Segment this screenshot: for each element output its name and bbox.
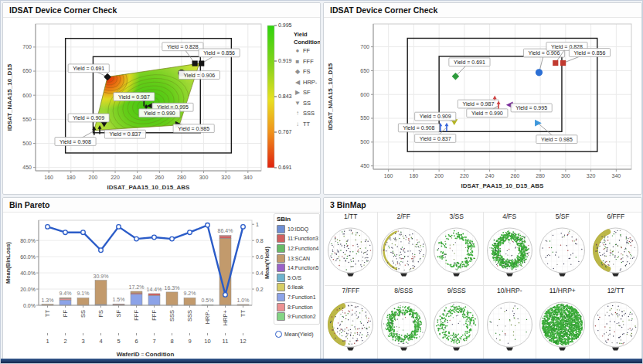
wafer-map[interactable] bbox=[378, 297, 430, 359]
condition-legend-item[interactable]: ▼SS bbox=[294, 98, 321, 109]
sbin-color-swatch bbox=[277, 234, 285, 243]
wafer-map[interactable] bbox=[484, 297, 536, 359]
svg-text:450: 450 bbox=[360, 163, 369, 168]
wafer-map[interactable] bbox=[590, 223, 641, 284]
condition-legend-item[interactable]: ●FF bbox=[294, 46, 321, 56]
contour-chart-canvas[interactable]: 1601802002202402602803003203404505005506… bbox=[3, 18, 321, 195]
sbin-legend-item[interactable]: 14:Function5 bbox=[277, 263, 318, 273]
scatter-chart-canvas[interactable]: 1601802002202402602803003203404505005506… bbox=[324, 18, 642, 195]
svg-text:FF: FF bbox=[62, 310, 69, 318]
sbin-label: 14:Function5 bbox=[287, 265, 318, 270]
sbin-legend-item[interactable]: 8:Function bbox=[277, 302, 318, 312]
wafer-cell[interactable]: 9/SSS bbox=[430, 286, 484, 360]
svg-text:Yield = 0.906: Yield = 0.906 bbox=[183, 73, 215, 78]
wafer-cell[interactable]: 4/FS bbox=[484, 212, 537, 286]
svg-text:SSS: SSS bbox=[168, 310, 175, 321]
sbin-legend-title: SBin bbox=[277, 216, 318, 223]
svg-text:HRP+: HRP+ bbox=[222, 309, 229, 325]
panel-title-bar[interactable]: IDSAT Device Corner Check bbox=[324, 3, 641, 18]
svg-text:220: 220 bbox=[111, 175, 120, 180]
wafer-map[interactable] bbox=[536, 223, 588, 284]
svg-text:20.0%: 20.0% bbox=[20, 287, 36, 292]
wafer-cell[interactable]: 3/SS bbox=[430, 212, 484, 286]
sbin-color-swatch bbox=[277, 274, 285, 282]
condition-legend-item[interactable]: ↓TT bbox=[294, 119, 321, 130]
svg-text:240: 240 bbox=[485, 173, 495, 179]
svg-text:Yield = 0.691: Yield = 0.691 bbox=[73, 66, 104, 71]
condition-legend-item[interactable]: ◆FS bbox=[294, 66, 321, 77]
sbin-legend: SBin 10:IDDQ11:Function312:Function413:S… bbox=[274, 213, 320, 340]
x-axis-labels: TT1FF2SS3FS4SF5FFF6FFF7SSS8SSS9HRP-10HRP… bbox=[44, 305, 247, 358]
wafer-map[interactable] bbox=[430, 297, 482, 359]
wafer-cell[interactable]: 10/HRP- bbox=[484, 286, 537, 360]
svg-text:SF: SF bbox=[115, 310, 122, 318]
wafer-map[interactable] bbox=[590, 297, 641, 359]
svg-text:30.9%: 30.9% bbox=[94, 274, 109, 279]
condition-label: SSS bbox=[303, 110, 315, 117]
sbin-label: 13:SCAN bbox=[287, 256, 310, 261]
svg-text:IDSAT_NAA15_10_D15: IDSAT_NAA15_10_D15 bbox=[6, 63, 13, 131]
svg-text:280: 280 bbox=[177, 175, 186, 180]
svg-text:550: 550 bbox=[360, 115, 369, 121]
wafer-label: 10/HRP- bbox=[484, 286, 536, 297]
svg-text:160: 160 bbox=[44, 175, 53, 180]
sbin-color-swatch bbox=[277, 283, 285, 291]
panel-title-bar[interactable]: Bin Pareto bbox=[3, 198, 320, 213]
sbin-legend-item[interactable]: 9:Function2 bbox=[277, 311, 318, 321]
sbin-legend-item[interactable]: 7:Function1 bbox=[277, 292, 318, 302]
svg-text:Yield = 0.985: Yield = 0.985 bbox=[178, 126, 209, 131]
sbin-legend-item[interactable]: 10:IDDQ bbox=[277, 224, 318, 234]
sbin-legend-item[interactable]: 12:Function4 bbox=[277, 243, 318, 253]
condition-label: FF bbox=[303, 47, 310, 54]
svg-text:Yield = 0.987: Yield = 0.987 bbox=[462, 101, 494, 107]
condition-legend-item[interactable]: ■FFF bbox=[294, 56, 321, 67]
wafer-map[interactable] bbox=[484, 223, 536, 284]
svg-text:0.767: 0.767 bbox=[278, 129, 292, 134]
sbin-legend-item[interactable]: 11:Function3 bbox=[277, 234, 318, 244]
wafer-map[interactable] bbox=[536, 297, 588, 359]
sbin-legend-item[interactable]: 13:SCAN bbox=[277, 253, 318, 264]
wafer-map[interactable] bbox=[378, 223, 430, 284]
svg-text:Yield = 0.995: Yield = 0.995 bbox=[515, 105, 547, 111]
wafer-cell[interactable]: 6/FFF bbox=[590, 212, 643, 286]
svg-text:Yield = 0.906: Yield = 0.906 bbox=[529, 50, 560, 56]
svg-text:10: 10 bbox=[204, 338, 210, 345]
svg-text:FS: FS bbox=[97, 310, 104, 318]
wafer-cell[interactable]: 5/SF bbox=[536, 212, 590, 286]
wafer-notch-icon bbox=[559, 348, 566, 351]
wafer-map[interactable] bbox=[325, 223, 376, 284]
svg-text:280: 280 bbox=[536, 173, 545, 179]
wafer-cell[interactable]: 11/HRP+ bbox=[536, 286, 590, 360]
sbin-label: 9:Function2 bbox=[287, 314, 316, 319]
wafer-cell[interactable]: 1/TT bbox=[325, 212, 378, 286]
svg-text:4: 4 bbox=[99, 338, 102, 345]
condition-legend-item[interactable]: ↑SSS bbox=[294, 108, 321, 119]
colorbar: 0.9950.9190.8430.7670.691 bbox=[267, 22, 292, 170]
sbin-legend-items: 10:IDDQ11:Function312:Function413:SCAN14… bbox=[277, 224, 318, 321]
wafer-cell[interactable]: 7/FFF bbox=[325, 286, 378, 360]
svg-text:0.919: 0.919 bbox=[278, 58, 292, 63]
wafer-map[interactable] bbox=[430, 223, 482, 284]
ss-marker-icon: ▼ bbox=[294, 100, 301, 107]
svg-text:17.2%: 17.2% bbox=[129, 284, 145, 290]
svg-text:HRP-: HRP- bbox=[204, 310, 211, 325]
sbin-color-swatch bbox=[277, 303, 285, 311]
svg-text:0.8: 0.8 bbox=[256, 238, 264, 243]
sbin-legend-item[interactable]: 6:Ileak bbox=[277, 283, 318, 293]
wafer-cell[interactable]: 2/FF bbox=[378, 212, 431, 286]
svg-text:7: 7 bbox=[152, 338, 155, 345]
svg-text:Yield = 0.837: Yield = 0.837 bbox=[420, 136, 451, 141]
condition-legend-item[interactable]: ▶SF bbox=[294, 87, 321, 98]
svg-text:180: 180 bbox=[410, 173, 419, 179]
svg-text:700: 700 bbox=[22, 44, 32, 49]
mean-yield-legend[interactable]: Mean(Yield) bbox=[274, 329, 320, 340]
wafer-map[interactable] bbox=[325, 297, 376, 359]
svg-text:Yield = 0.908: Yield = 0.908 bbox=[60, 139, 91, 145]
wafer-cell[interactable]: 8/SSS bbox=[378, 286, 431, 360]
panel-title-bar[interactable]: 3 BinMap bbox=[324, 198, 641, 213]
condition-legend-item[interactable]: ◀HRP- bbox=[294, 77, 321, 88]
panel-title-bar[interactable]: IDSAT Device Corner Check bbox=[3, 3, 320, 18]
svg-text:0.843: 0.843 bbox=[278, 94, 292, 99]
sbin-legend-item[interactable]: 5:O/S bbox=[277, 273, 318, 283]
wafer-cell[interactable]: 12/TT bbox=[590, 286, 643, 360]
